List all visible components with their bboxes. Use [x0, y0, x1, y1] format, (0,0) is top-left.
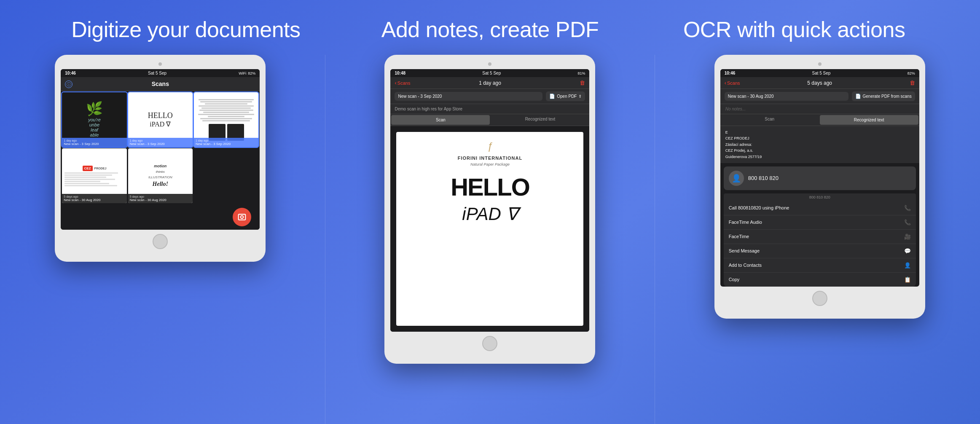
text-line: [202, 120, 250, 121]
scan-thumb-text[interactable]: 1 day ago New scan - 3 Sep 2020: [194, 92, 258, 147]
cez-header: CEZ PRODEJ: [83, 166, 107, 171]
ocr-actions-list: Call 800810820 using iPhone 📞 FaceTime A…: [724, 201, 916, 287]
scan-thumb-hello[interactable]: HELLO iPAD ∇ 1 day ago New scan - 3 Sep …: [128, 92, 193, 147]
info-button[interactable]: ⓘ: [65, 81, 72, 88]
ocr-line-3: Zásilací adresa:: [725, 142, 914, 148]
facetime-audio-icon: 📞: [904, 219, 911, 225]
action-call-label: Call 800810820 using iPhone: [729, 205, 789, 210]
scan-name-field-3[interactable]: New scan - 30 Aug 2020: [725, 92, 848, 101]
tab-recognized-2[interactable]: Recognized text: [491, 114, 589, 126]
battery-1: 82%: [248, 71, 255, 75]
action-facetime-label: FaceTime: [729, 234, 749, 239]
back-label-2: Scans: [397, 81, 411, 86]
action-copy-label: Copy: [729, 277, 740, 282]
doc-hello: HELLO: [451, 175, 529, 199]
ipad-screen-1: 10:46 Sat 5 Sep WiFi 82% ⓘ Scans 🌿 you'r…: [61, 69, 260, 230]
scan-label-text: 1 day ago New scan - 3 Sep 2020: [194, 138, 258, 147]
home-button-3[interactable]: [812, 291, 827, 306]
message-icon: 💬: [904, 248, 911, 254]
scan-thumb-hw[interactable]: motion thinks ILLUSTRATION Hello! 5 days…: [128, 148, 193, 203]
contact-card: 👤 800 810 820: [724, 166, 916, 190]
tab-recognized-3[interactable]: Recognized text: [820, 115, 918, 125]
ocr-line-1: E: [725, 129, 914, 135]
action-message[interactable]: Send Message 💬: [724, 244, 916, 258]
text-line: [198, 114, 255, 115]
action-facetime-audio-label: FaceTime Audio: [729, 220, 762, 225]
share-icon: ⬆: [578, 94, 582, 99]
no-notes-area[interactable]: No notes...: [720, 104, 919, 114]
ocr-nav: ‹ Scans 5 days ago 🗑: [720, 77, 919, 89]
generate-pdf-button[interactable]: 📄 Generate PDF from scans: [852, 91, 915, 101]
text-line: [200, 101, 252, 102]
action-call[interactable]: Call 800810820 using iPhone 📞: [724, 201, 916, 215]
text-line: [199, 105, 254, 107]
back-button-3[interactable]: ‹ Scans: [725, 80, 740, 86]
pdf-notes-area[interactable]: Demo scan in high res for App Store: [390, 104, 589, 114]
action-copy[interactable]: Copy 📋: [724, 273, 916, 287]
scan-name-field[interactable]: New scan - 3 Sep 2020: [395, 92, 542, 101]
nav-title-2: 1 day ago: [479, 80, 501, 86]
contact-avatar: 👤: [729, 171, 744, 186]
status-bar-2: 10:48 Sat 5 Sep 81%: [390, 69, 589, 77]
ocr-text-area: E CEZ PRODEJ Zásilací adresa: CEZ Prodej…: [720, 126, 919, 163]
scans-header: ⓘ Scans: [61, 77, 260, 91]
battery-2: 81%: [577, 71, 585, 75]
ocr-tabs: Scan Recognized text: [720, 114, 919, 126]
text-line: [203, 112, 249, 113]
pdf-toolbar: New scan - 3 Sep 2020 📄 Open PDF ⬆: [390, 89, 589, 104]
text-line: [200, 118, 252, 119]
svg-rect-0: [239, 214, 246, 220]
copy-icon: 📋: [904, 276, 911, 283]
back-label-3: Scans: [727, 81, 740, 86]
scans-bottom: [61, 204, 260, 230]
pdf-document: ƒ FIORINI INTERNATIONAL Natural Paper Pa…: [396, 132, 583, 326]
time-2: 10:48: [395, 71, 405, 75]
panel3-title: OCR with quick actions: [642, 17, 946, 42]
open-pdf-label: Open PDF: [557, 94, 577, 99]
scan-thumb-plant[interactable]: 🌿 you're unbe leaf able 1 day ago New sc…: [62, 92, 126, 147]
ipad-screen-2: 10:48 Sat 5 Sep 81% ‹ Scans 1 day ago 🗑 …: [390, 69, 589, 332]
action-facetime[interactable]: FaceTime 🎥: [724, 230, 916, 244]
icons-3: 82%: [908, 71, 915, 75]
scan-label-plant: 1 day ago New scan - 3 Sep 2020: [62, 138, 126, 147]
call-icon: 📞: [904, 205, 911, 211]
home-button-2[interactable]: [482, 336, 497, 351]
trash-button-3[interactable]: 🗑: [910, 80, 915, 86]
date-3: Sat 5 Sep: [812, 71, 830, 75]
scans-grid: 🌿 you're unbe leaf able 1 day ago New sc…: [61, 91, 260, 204]
scan-fab-button[interactable]: [233, 208, 251, 226]
tab-scan-2[interactable]: Scan: [391, 115, 490, 125]
add-contacts-icon: 👤: [904, 262, 911, 268]
time-3: 10:46: [725, 71, 736, 75]
tab-scan-3[interactable]: Scan: [720, 114, 819, 126]
svg-point-1: [241, 216, 244, 219]
doc-ipad: iPAD ∇: [462, 204, 518, 224]
date-2: Sat 5 Sep: [482, 71, 501, 75]
scans-title: Scans: [73, 81, 247, 87]
icons-2: 81%: [577, 71, 585, 75]
panel2-title: Add notes, create PDF: [338, 17, 642, 42]
scan-thumb-cez[interactable]: CEZ PRODEJ: [62, 148, 126, 203]
doc-logo: ƒ: [487, 140, 493, 152]
ipad-panel-2: 10:48 Sat 5 Sep 81% ‹ Scans 1 day ago 🗑 …: [384, 55, 595, 364]
action-message-label: Send Message: [729, 248, 760, 253]
generate-pdf-label: Generate PDF from scans: [863, 94, 912, 99]
cez-logo: CEZ: [83, 166, 93, 171]
ocr-toolbar: New scan - 30 Aug 2020 📄 Generate PDF fr…: [720, 89, 919, 104]
back-button-2[interactable]: ‹ Scans: [395, 80, 410, 86]
icons-1: WiFi 82%: [239, 71, 255, 75]
ocr-line-4: CEZ Prodej, a.s.: [725, 148, 914, 153]
status-bar-3: 10:46 Sat 5 Sep 82%: [720, 69, 919, 77]
phone-number-label: 800 810 820: [724, 193, 916, 201]
date-1: Sat 5 Sep: [148, 71, 166, 75]
text-line: [199, 99, 254, 100]
trash-button[interactable]: 🗑: [580, 80, 585, 86]
home-button-1[interactable]: [153, 234, 168, 249]
action-add-contacts[interactable]: Add to Contacts 👤: [724, 258, 916, 273]
scan-recognized-tabs: Scan Recognized text: [390, 114, 589, 126]
ocr-line-5: Guidenerova 2577/19: [725, 154, 914, 160]
facetime-icon: 🎥: [904, 233, 911, 240]
action-facetime-audio[interactable]: FaceTime Audio 📞: [724, 215, 916, 230]
open-pdf-button[interactable]: 📄 Open PDF ⬆: [546, 91, 585, 101]
scan-label-cez: 5 days ago New scan - 30 Aug 2020: [62, 194, 126, 203]
